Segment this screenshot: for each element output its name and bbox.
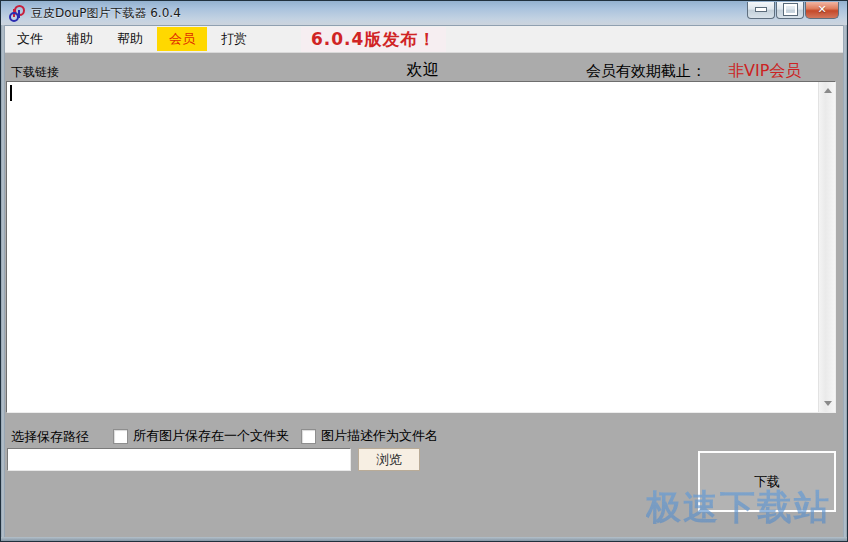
browse-button[interactable]: 浏览 <box>358 448 420 471</box>
save-options-row: 所有图片保存在一个文件夹 图片描述作为文件名 <box>113 427 450 445</box>
description-filename-checkbox-label[interactable]: 图片描述作为文件名 <box>321 427 438 445</box>
menu-bar: 文件 辅助 帮助 会员 打赏 6.0.4版发布！ <box>5 26 843 53</box>
title-bar[interactable]: 豆皮DouP图片下载器 6.0.4 ✕ <box>1 1 847 26</box>
window-frame-right <box>843 25 847 541</box>
member-expiry-label: 会员有效期截止： <box>586 62 706 81</box>
scroll-down-icon <box>824 401 832 406</box>
minimize-button[interactable] <box>747 2 775 19</box>
close-icon: ✕ <box>817 4 826 15</box>
download-links-label: 下载链接 <box>11 64 59 81</box>
minimize-icon <box>755 7 767 12</box>
maximize-icon <box>784 4 797 15</box>
description-filename-checkbox[interactable] <box>301 429 316 444</box>
vertical-scrollbar[interactable] <box>818 82 835 412</box>
save-path-input[interactable] <box>7 448 351 471</box>
logo-blue-note-icon <box>9 12 19 22</box>
scroll-down-button[interactable] <box>819 395 836 412</box>
text-caret <box>10 85 12 101</box>
welcome-label: 欢迎 <box>407 60 439 81</box>
maximize-button[interactable] <box>776 2 804 19</box>
close-button[interactable]: ✕ <box>805 2 839 19</box>
window-title: 豆皮DouP图片下载器 6.0.4 <box>31 5 181 22</box>
member-status-badge: 非VIP会员 <box>728 61 801 82</box>
window-frame-left <box>1 25 5 541</box>
menu-item-member[interactable]: 会员 <box>157 27 207 51</box>
scroll-up-button[interactable] <box>819 82 836 99</box>
window-controls: ✕ <box>746 2 839 19</box>
release-banner: 6.0.4版发布！ <box>301 27 446 52</box>
save-path-label: 选择保存路径 <box>11 428 89 446</box>
single-folder-checkbox-label[interactable]: 所有图片保存在一个文件夹 <box>133 427 289 445</box>
app-window: 豆皮DouP图片下载器 6.0.4 ✕ 文件 辅助 帮助 会员 打赏 6.0.4… <box>0 0 848 542</box>
menu-item-assist[interactable]: 辅助 <box>55 27 105 51</box>
single-folder-checkbox[interactable] <box>113 429 128 444</box>
window-frame-bottom <box>1 537 847 541</box>
menu-item-help[interactable]: 帮助 <box>105 27 155 51</box>
download-links-textarea[interactable] <box>6 81 836 413</box>
menu-item-file[interactable]: 文件 <box>5 27 55 51</box>
scroll-up-icon <box>824 88 832 93</box>
app-logo-icon <box>9 5 25 21</box>
menu-item-donate[interactable]: 打赏 <box>209 27 259 51</box>
download-button[interactable]: 下载 <box>698 451 836 512</box>
